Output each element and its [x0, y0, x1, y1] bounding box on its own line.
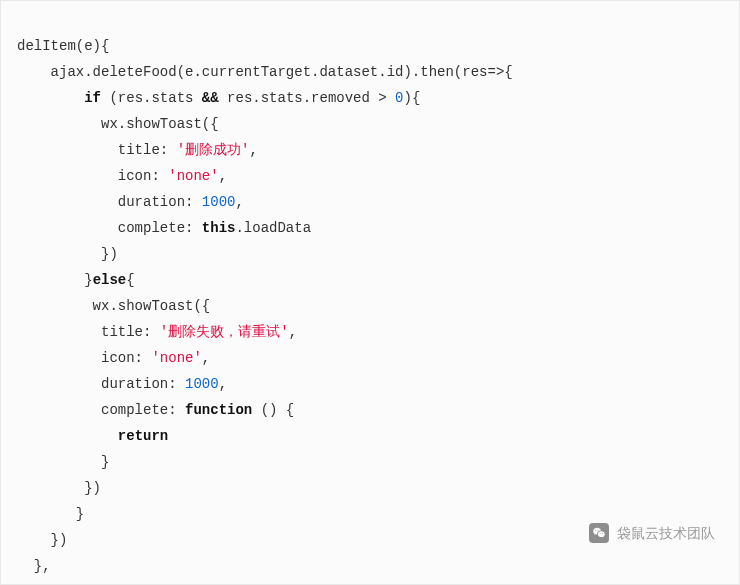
- code-line: icon: 'none',: [17, 350, 210, 366]
- code-line: complete: function () {: [17, 402, 294, 418]
- code-line: return: [17, 428, 168, 444]
- code-line: },: [17, 558, 51, 574]
- code-line: }else{: [17, 272, 135, 288]
- watermark-label: 袋鼠云技术团队: [617, 520, 715, 546]
- keyword-if: if: [84, 90, 101, 106]
- keyword-else: else: [93, 272, 127, 288]
- code-line: wx.showToast({: [17, 116, 219, 132]
- code-line: icon: 'none',: [17, 168, 227, 184]
- number-literal: 1000: [185, 376, 219, 392]
- watermark: 袋鼠云技术团队: [589, 520, 715, 546]
- code-line: }): [17, 246, 118, 262]
- operator-and: &&: [202, 90, 219, 106]
- code-line: if (res.stats && res.stats.removed > 0){: [17, 90, 420, 106]
- keyword-this: this: [202, 220, 236, 236]
- code-line: wx.showToast({: [17, 298, 210, 314]
- string-literal: '删除失败，请重试': [160, 324, 289, 340]
- code-line: delItem(e){: [17, 38, 109, 54]
- code-line: }: [17, 506, 84, 522]
- code-line: }: [17, 454, 109, 470]
- code-line: }): [17, 480, 101, 496]
- number-literal: 0: [395, 90, 403, 106]
- number-literal: 1000: [202, 194, 236, 210]
- string-literal: 'none': [151, 350, 201, 366]
- code-line: complete: this.loadData: [17, 220, 311, 236]
- code-line: duration: 1000,: [17, 194, 244, 210]
- keyword-return: return: [118, 428, 168, 444]
- code-line: title: '删除失败，请重试',: [17, 324, 297, 340]
- code-line: }): [17, 532, 67, 548]
- keyword-function: function: [185, 402, 252, 418]
- wechat-icon: [589, 523, 609, 543]
- string-literal: 'none': [168, 168, 218, 184]
- code-line: title: '删除成功',: [17, 142, 258, 158]
- string-literal: '删除成功': [177, 142, 250, 158]
- code-block: delItem(e){ ajax.deleteFood(e.currentTar…: [1, 7, 739, 579]
- code-line: ajax.deleteFood(e.currentTarget.dataset.…: [17, 64, 513, 80]
- code-line: duration: 1000,: [17, 376, 227, 392]
